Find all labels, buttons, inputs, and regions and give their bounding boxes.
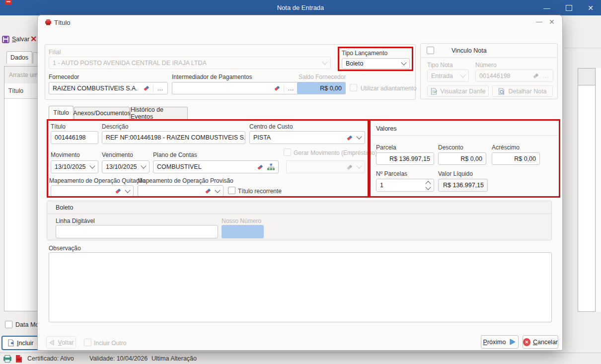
n-parcelas-stepper[interactable]: 1 xyxy=(376,179,434,192)
clear-eraser-icon[interactable] xyxy=(115,188,121,194)
clear-eraser-icon xyxy=(346,164,353,170)
clear-eraser-icon[interactable] xyxy=(143,85,150,91)
filial-label: Filial xyxy=(49,49,61,56)
bg-grid-gutter xyxy=(596,68,601,312)
tipo-lancamento-label: Tipo Lançamento xyxy=(342,50,387,57)
data-mo-checkbox-row[interactable]: Data Mo xyxy=(5,321,39,328)
clear-eraser-icon xyxy=(532,73,539,79)
dialog-title: Título xyxy=(54,19,71,26)
status-certificado: Certificado: Ativo xyxy=(27,355,74,362)
chevron-down-icon xyxy=(322,59,327,65)
status-validade: Validade: 10/04/2026 xyxy=(89,355,148,362)
centro-custo-label: Centro de Custo xyxy=(249,123,293,130)
cancelar-button[interactable]: ✕ Cancelar xyxy=(523,335,558,349)
linha-digitavel-label: Linha Digitável xyxy=(56,218,95,224)
chevron-down-icon xyxy=(401,60,406,65)
map-provisao-label: Mapeamento de Operação Provisão xyxy=(138,177,233,184)
tab-titulo[interactable]: Título xyxy=(49,106,74,119)
movimento-label: Movimento xyxy=(51,151,80,158)
titulo-recorrente-checkbox[interactable] xyxy=(228,187,235,194)
movimento-date-select[interactable]: 13/10/2025 xyxy=(51,160,98,173)
valor-liquido-field: R$ 136.997,15 xyxy=(438,179,488,192)
save-icon xyxy=(2,36,9,43)
stepper-arrows-icon[interactable] xyxy=(426,182,430,189)
valores-title: Valores xyxy=(376,125,396,132)
xlsx-icon[interactable] xyxy=(3,355,12,363)
maximize-icon[interactable] xyxy=(561,2,576,14)
descricao-label: Descrição xyxy=(102,123,128,130)
observacao-textarea[interactable] xyxy=(49,252,552,322)
proximo-button[interactable]: Próximo xyxy=(481,335,519,349)
clear-eraser-icon[interactable] xyxy=(346,135,353,141)
close-icon[interactable]: ✕ xyxy=(583,2,598,14)
parcela-field[interactable]: R$ 136.997,15 xyxy=(376,152,434,165)
tipo-nota-label: Tipo Nota xyxy=(427,62,453,69)
acrescimo-label: Acréscimo xyxy=(492,144,520,151)
gerar-movimento-checkbox xyxy=(284,148,291,156)
vinculo-nota-checkbox[interactable] xyxy=(427,47,434,54)
chevron-down-icon xyxy=(141,163,146,168)
lookup-ellipsis-icon[interactable]: … xyxy=(288,84,295,92)
linha-digitavel-field[interactable] xyxy=(56,225,218,238)
numero-field: 001446198 … xyxy=(475,70,553,82)
titulo-recorrente-label: Título recorrente xyxy=(238,188,282,195)
dialog-minimize-icon[interactable]: — xyxy=(536,18,542,25)
account-tree-icon[interactable] xyxy=(267,163,275,170)
vencimento-date-select[interactable]: 13/10/2025 xyxy=(102,160,150,173)
tab-historico-eventos[interactable]: Histórico de Eventos xyxy=(130,107,188,119)
acrescimo-field[interactable]: R$ 0,00 xyxy=(492,152,540,165)
chevron-down-icon xyxy=(356,163,362,168)
toolbar-close-icon[interactable]: ✕ xyxy=(30,34,37,44)
vinculo-nota-title: Vinculo Nota xyxy=(451,47,487,54)
n-parcelas-label: Nº Parcelas xyxy=(376,170,407,177)
descricao-field[interactable]: REF NF:001446198 - RAIZEN COMBUSTIVEIS S… xyxy=(102,131,245,144)
chevron-down-icon xyxy=(460,72,465,77)
grid-drag-hint: Arraste um xyxy=(4,67,38,83)
data-mo-label: Data Mo xyxy=(15,321,39,328)
titulo-field[interactable]: 001446198 xyxy=(51,131,98,144)
dialog-titlebar[interactable]: Título — ✕ xyxy=(38,15,562,29)
saldo-fornecedor-label: Saldo Fornecedor xyxy=(299,73,346,80)
vencimento-label: Vencimento xyxy=(102,151,133,158)
chevron-down-icon xyxy=(215,187,220,193)
dialog-icon xyxy=(45,19,52,25)
minimize-icon[interactable]: — xyxy=(539,2,554,14)
window-titlebar[interactable]: Nota de Entrada — ✕ xyxy=(0,0,601,15)
saldo-fornecedor-value: R$ 0,00 xyxy=(297,82,346,94)
incluir-outro-checkbox xyxy=(84,339,91,346)
incluir-button[interactable]: Incluir xyxy=(1,336,40,350)
tipo-lancamento-select[interactable]: Boleto xyxy=(342,58,410,69)
bg-grid-body xyxy=(578,85,596,312)
danfe-document-icon xyxy=(431,88,437,95)
intermediador-label: Intermediador de Pagamentos xyxy=(172,73,252,80)
valor-liquido-label: Valor Líquido xyxy=(438,170,473,177)
save-button[interactable]: Salvar xyxy=(2,33,31,46)
bg-grid-header xyxy=(578,68,596,85)
centro-custo-select[interactable]: PISTA xyxy=(249,131,365,144)
grid-column-header-titulo[interactable]: Título xyxy=(4,83,38,99)
clear-eraser-icon[interactable] xyxy=(205,188,211,194)
lookup-ellipsis-icon[interactable]: … xyxy=(157,84,164,92)
clear-eraser-icon[interactable] xyxy=(274,85,280,91)
filial-select: 1 - AUTO POSTO AVENIDA CENTRAL DE IRAJA … xyxy=(49,57,331,69)
nosso-numero-label: Nosso Número xyxy=(222,218,261,224)
fornecedor-field[interactable]: RAIZEN COMBUSTIVEIS S.A. … xyxy=(49,82,168,94)
nosso-numero-field xyxy=(222,225,264,238)
map-provisao-select[interactable] xyxy=(138,185,224,197)
tab-anexos-documentos[interactable]: Anexos/Documentos xyxy=(74,107,130,119)
page-plus-icon xyxy=(7,339,14,347)
map-quitacao-select[interactable] xyxy=(51,185,134,197)
plano-contas-field[interactable]: COMBUSTIVEL xyxy=(153,160,279,173)
utilizar-adiantamento-checkbox xyxy=(350,84,357,91)
data-mo-checkbox[interactable] xyxy=(5,321,12,328)
background-grid: Arraste um Título xyxy=(4,66,39,311)
gerar-movimento-select xyxy=(286,160,365,173)
numero-label: Número xyxy=(475,62,497,69)
desconto-field[interactable]: R$ 0,00 xyxy=(438,152,486,165)
intermediador-field[interactable]: … xyxy=(172,82,299,94)
clear-eraser-icon[interactable] xyxy=(257,164,263,170)
bg-right-divider xyxy=(564,48,601,48)
pdf-icon[interactable] xyxy=(15,355,22,363)
tab-dados[interactable]: Dados xyxy=(6,51,32,64)
dialog-close-icon[interactable]: ✕ xyxy=(549,18,555,26)
